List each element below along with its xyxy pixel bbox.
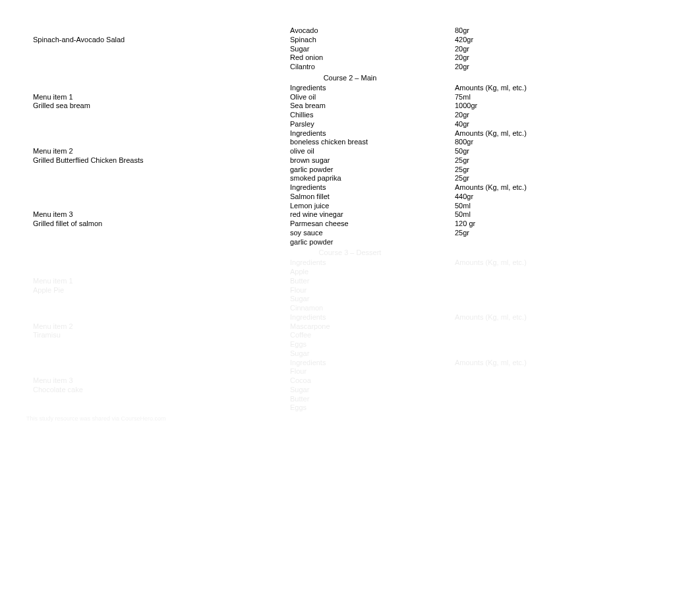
menu-item-label: Menu item 1 <box>33 93 73 101</box>
amounts-header: Amounts (Kg, ml, etc.) <box>455 129 674 138</box>
amounts-header: Amounts (Kg, ml, etc.) <box>455 183 674 192</box>
ingredient: Cinnamon <box>290 304 455 313</box>
ingredient: olive oil <box>290 147 455 156</box>
menu-item-block: IngredientsAmounts (Kg, ml, etc.)FlourMe… <box>26 359 674 413</box>
ingredient: Cilantro <box>290 63 455 72</box>
amount <box>455 286 674 295</box>
ingredients-header: Ingredients <box>290 183 455 192</box>
ingredient: Parmesan cheese <box>290 219 455 229</box>
ingredient: Parsley <box>290 120 455 129</box>
amounts-header: Amounts (Kg, ml, etc.) <box>455 359 674 368</box>
ingredient: brown sugar <box>290 156 455 165</box>
menu-item-block: IngredientsAmounts (Kg, ml, etc.)Menu it… <box>26 313 674 359</box>
amount: 25gr <box>455 174 674 183</box>
ingredient: Eggs <box>290 403 455 413</box>
menu-item-name: Grilled Butterflied Chicken Breasts <box>33 156 144 164</box>
amount: 20gr <box>455 63 674 72</box>
amount <box>455 367 674 376</box>
menu-item-block: IngredientsAmounts (Kg, ml, etc.)AppleMe… <box>26 258 674 313</box>
amount: 440gr <box>455 192 674 202</box>
ingredient: Sugar <box>290 386 455 395</box>
amount <box>455 238 674 247</box>
amount <box>455 295 674 304</box>
ingredient: Apple <box>290 268 455 277</box>
ingredient: Sea bream <box>290 102 455 111</box>
course-3-section: Course 3 – Dessert IngredientsAmounts (K… <box>26 247 674 413</box>
ingredient: Spinach <box>290 36 455 45</box>
menu-item-block: IngredientsAmounts (Kg, ml, etc.)Salmon … <box>26 183 674 247</box>
menu-item-label: Menu item 3 <box>33 376 73 384</box>
ingredient: Olive oil <box>290 93 455 102</box>
menu-item-name: Chocolate cake <box>33 386 83 394</box>
amount <box>455 322 674 332</box>
ingredient: Flour <box>290 367 455 376</box>
amount: 25gr <box>455 229 674 238</box>
ingredients-header: Ingredients <box>290 258 455 268</box>
ingredient: Flour <box>290 286 455 295</box>
amount: 50gr <box>455 147 674 156</box>
amount <box>455 304 674 313</box>
amount: 20gr <box>455 53 674 63</box>
ingredient: Lemon juice <box>290 202 455 211</box>
amount <box>455 331 674 340</box>
ingredient: Butter <box>290 395 455 404</box>
ingredient: Red onion <box>290 53 455 63</box>
ingredient: garlic powder <box>290 238 455 247</box>
ingredients-header: Ingredients <box>290 359 455 368</box>
amount <box>455 395 674 404</box>
amount: 75ml <box>455 93 674 102</box>
amount: 1000gr <box>455 102 674 111</box>
ingredient: Chillies <box>290 111 455 120</box>
ingredients-header: Ingredients <box>290 129 455 138</box>
ingredient: Salmon fillet <box>290 192 455 202</box>
amount: 50ml <box>455 210 674 219</box>
amount <box>455 268 674 277</box>
ingredient: Sugar <box>290 349 455 359</box>
ingredient: garlic powder <box>290 165 455 175</box>
ingredient: smoked paprika <box>290 174 455 183</box>
footer-note: This study resource was shared via Cours… <box>26 413 674 423</box>
amounts-header: Amounts (Kg, ml, etc.) <box>455 84 674 93</box>
menu-item-label: Menu item 2 <box>33 322 73 330</box>
amount <box>455 349 674 359</box>
amount: 50ml <box>455 202 674 211</box>
amount: 800gr <box>455 138 674 147</box>
ingredient: Cocoa <box>290 376 455 386</box>
amount: 25gr <box>455 156 674 165</box>
amounts-header: Amounts (Kg, ml, etc.) <box>455 258 674 268</box>
course-2-header: Course 2 – Main <box>26 72 674 84</box>
ingredient: Coffee <box>290 331 455 340</box>
ingredient: Avocado <box>290 26 455 36</box>
amount: 20gr <box>455 111 674 120</box>
amount: 40gr <box>455 120 674 129</box>
menu-item-name: Grilled fillet of salmon <box>33 219 102 227</box>
menu-item-name: Grilled sea bream <box>33 102 90 109</box>
amount: 120 gr <box>455 219 674 229</box>
ingredient: Sugar <box>290 295 455 304</box>
amount <box>455 340 674 349</box>
amount: 80gr <box>455 26 674 36</box>
ingredient: red wine vinegar <box>290 210 455 219</box>
menu-item-block: IngredientsAmounts (Kg, ml, etc.)Menu it… <box>26 84 674 129</box>
menu-item-label: Menu item 1 <box>33 277 73 285</box>
ingredient: Butter <box>290 277 455 286</box>
ingredient: Sugar <box>290 45 455 54</box>
amount: 20gr <box>455 45 674 54</box>
ingredient: Eggs <box>290 340 455 349</box>
menu-item-block: IngredientsAmounts (Kg, ml, etc.)boneles… <box>26 129 674 184</box>
menu-item-name: Spinach-and-Avocado Salad <box>26 36 290 45</box>
menu-item-label: Menu item 2 <box>33 147 73 155</box>
ingredient: soy sauce <box>290 229 455 238</box>
amount <box>455 376 674 386</box>
ingredient: Mascarpone <box>290 322 455 332</box>
menu-item-name: Tiramisu <box>33 331 61 339</box>
ingredients-header: Ingredients <box>290 313 455 322</box>
starter-item-block: Avocado 80gr Spinach-and-Avocado Salad S… <box>26 26 674 72</box>
ingredients-header: Ingredients <box>290 84 455 93</box>
menu-item-name: Apple Pie <box>33 286 64 294</box>
course-3-header: Course 3 – Dessert <box>26 247 674 258</box>
amount: 420gr <box>455 36 674 45</box>
amount <box>455 386 674 395</box>
amount: 25gr <box>455 165 674 175</box>
ingredient: boneless chicken breast <box>290 138 455 147</box>
